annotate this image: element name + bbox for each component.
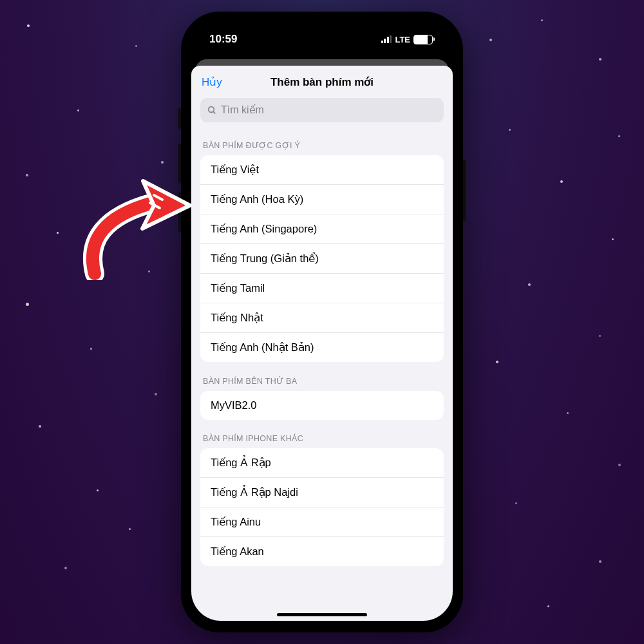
svg-line-3 (150, 203, 160, 208)
keyboard-other-row[interactable]: Tiếng Akan (200, 537, 444, 566)
keyboard-list[interactable]: BÀN PHÍM ĐƯỢC GỢI Ý Tiếng ViệtTiếng Anh … (191, 126, 453, 621)
section-header-other: BÀN PHÍM IPHONE KHÁC (203, 434, 441, 443)
cancel-button[interactable]: Hủy (202, 75, 222, 89)
keyboard-suggested-row[interactable]: Tiếng Anh (Nhật Bản) (200, 333, 444, 362)
phone-frame: 10:59 LTE 74 Hủy Thêm bàn phím mới (181, 12, 463, 632)
keyboard-thirdparty-row[interactable]: MyVIB2.0 (200, 391, 444, 420)
keyboard-suggested-row[interactable]: Tiếng Anh (Hoa Kỳ) (200, 185, 444, 214)
section-header-thirdparty: BÀN PHÍM BÊN THỨ BA (203, 376, 441, 386)
keyboard-suggested-row[interactable]: Tiếng Anh (Singapore) (200, 214, 444, 244)
home-indicator[interactable] (277, 613, 367, 616)
svg-point-0 (209, 107, 214, 113)
keyboard-suggested-row[interactable]: Tiếng Tamil (200, 274, 444, 303)
keyboard-other-row[interactable]: Tiếng Ainu (200, 507, 444, 537)
battery-icon: 74 (413, 35, 435, 44)
side-button-vol-up (178, 144, 181, 184)
search-field[interactable] (200, 98, 444, 122)
svg-line-1 (213, 111, 215, 113)
section-header-suggested: BÀN PHÍM ĐƯỢC GỢI Ý (203, 140, 441, 150)
svg-line-2 (154, 195, 162, 200)
sheet-title: Thêm bàn phím mới (191, 75, 453, 89)
status-time: 10:59 (209, 33, 237, 46)
keyboard-suggested-row[interactable]: Tiếng Trung (Giản thể) (200, 244, 444, 274)
search-icon (207, 105, 217, 115)
side-button-silence (178, 108, 181, 129)
network-label: LTE (395, 35, 410, 44)
side-button-power (463, 160, 466, 221)
side-button-vol-down (178, 192, 181, 232)
signal-icon (381, 35, 392, 43)
modal-sheet: Hủy Thêm bàn phím mới BÀN PHÍM ĐƯỢC GỢI … (191, 66, 453, 621)
phone-screen: 10:59 LTE 74 Hủy Thêm bàn phím mới (191, 22, 453, 621)
keyboard-suggested-row[interactable]: Tiếng Nhật (200, 303, 444, 333)
keyboard-suggested-row[interactable]: Tiếng Việt (200, 155, 444, 185)
keyboard-other-row[interactable]: Tiếng Ả Rập (200, 448, 444, 478)
search-input[interactable] (221, 104, 437, 116)
keyboard-other-row[interactable]: Tiếng Ả Rập Najdi (200, 478, 444, 507)
dynamic-island (283, 32, 361, 54)
